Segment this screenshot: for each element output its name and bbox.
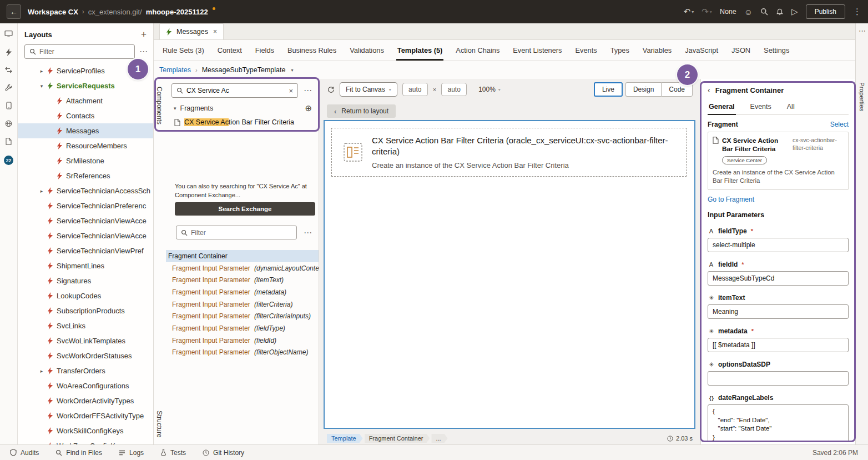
layout-tree-item-srmilestone[interactable]: SrMilestone <box>18 153 153 168</box>
layout-tree-item-shipmentlines[interactable]: ShipmentLines <box>18 258 153 273</box>
breadcrumb-templates-link[interactable]: Templates <box>159 66 191 74</box>
layout-tree-item-lookupcodes[interactable]: LookupCodes <box>18 288 153 303</box>
branch-name[interactable]: mhoope-20251122 <box>146 8 208 16</box>
param-optionsdatasdp-input[interactable] <box>708 371 849 386</box>
live-mode-button[interactable]: Live <box>594 82 623 97</box>
structure-item-itemtext[interactable]: Fragment Input Parameter (itemText) <box>166 274 319 286</box>
publish-button[interactable]: Publish <box>806 4 845 19</box>
statusbar-item-find-in-files[interactable]: Find in Files <box>55 449 102 457</box>
tab-event-listeners[interactable]: Event Listeners <box>506 40 568 61</box>
tab-validations[interactable]: Validations <box>343 40 391 61</box>
components-vertical-tab[interactable]: Components <box>155 87 163 124</box>
canvas-breadcrumb-[interactable]: ... <box>431 434 447 443</box>
breadcrumb-dropdown-caret-icon[interactable]: ▾ <box>291 68 293 73</box>
tab-general[interactable]: General <box>708 99 736 114</box>
tab-javascript[interactable]: JavaScript <box>678 40 725 61</box>
fragment-placeholder[interactable]: CX Service Action Bar Filter Criteria (o… <box>331 128 687 177</box>
structure-item-dynamiclayoutcontext[interactable]: Fragment Input Parameter (dynamicLayoutC… <box>166 262 319 274</box>
structure-filter-input[interactable] <box>191 229 292 237</box>
tab-events[interactable]: Events <box>749 99 773 114</box>
statusbar-item-tests[interactable]: Tests <box>160 449 186 457</box>
layout-tree-item-workskillconfigkeys[interactable]: WorkSkillConfigKeys <box>18 423 153 438</box>
layouts-bolt-icon[interactable] <box>6 48 12 56</box>
canvas-breadcrumb-fragment-container[interactable]: Fragment Container <box>365 434 430 443</box>
clear-search-icon[interactable]: × <box>289 87 293 95</box>
canvas-width-input[interactable]: auto <box>402 83 428 96</box>
tab-events[interactable]: Events <box>569 40 604 61</box>
tab-types[interactable]: Types <box>604 40 636 61</box>
tab-business-rules[interactable]: Business Rules <box>281 40 343 61</box>
structure-menu-icon[interactable]: ⋯ <box>304 228 312 238</box>
structure-item-fragment-container[interactable]: Fragment Container <box>166 250 319 262</box>
param-fieldtype-input[interactable] <box>708 238 849 252</box>
create-fragment-icon[interactable]: ⊕ <box>305 103 312 113</box>
structure-filter-box[interactable] <box>176 226 297 239</box>
param-fieldid-input[interactable] <box>708 271 849 286</box>
tab-context[interactable]: Context <box>211 40 249 61</box>
components-search-box[interactable]: × <box>171 83 298 98</box>
structure-item-filterobjectname[interactable]: Fragment Input Parameter (filterObjectNa… <box>166 347 319 359</box>
feedback-smiley-icon[interactable]: ☺ <box>744 7 753 17</box>
redo-caret-icon[interactable]: ▾ <box>710 9 712 14</box>
tab-templates-5[interactable]: Templates (5) <box>391 40 450 61</box>
layout-tree-item-transferorders[interactable]: ▸TransferOrders <box>18 363 153 378</box>
structure-item-fieldid[interactable]: Fragment Input Parameter (fieldId) <box>166 334 319 347</box>
preview-play-icon[interactable]: ▷ <box>791 7 798 17</box>
fit-to-canvas-dropdown[interactable]: Fit to Canvas▾ <box>340 82 397 97</box>
redo-button[interactable]: ↷▾ <box>702 7 712 17</box>
panel-overflow-menu-icon[interactable]: ⋯ <box>859 27 866 35</box>
undo-caret-icon[interactable]: ▾ <box>692 9 694 14</box>
tab-rule-sets-3[interactable]: Rule Sets (3) <box>156 40 211 61</box>
layout-tree-item-svcworkorderstatuses[interactable]: SvcWorkOrderStatuses <box>18 348 153 363</box>
return-to-layout-button[interactable]: ‹Return to layout <box>327 104 396 118</box>
components-menu-icon[interactable]: ⋯ <box>304 86 312 96</box>
design-mode-button[interactable]: Design <box>625 82 661 97</box>
web-globe-icon[interactable] <box>5 120 12 127</box>
components-search-input[interactable] <box>186 87 285 94</box>
close-tab-icon[interactable]: × <box>213 28 217 36</box>
sandbox-selector[interactable]: None <box>720 8 736 16</box>
tab-json[interactable]: JSON <box>725 40 757 61</box>
layout-tree-item-servicetechnicianaccesssch[interactable]: ▸ServiceTechnicianAccessSch <box>18 183 153 198</box>
add-layout-icon[interactable]: + <box>141 29 147 40</box>
layout-tree-item-workzoneconfigkeys[interactable]: WorkZoneConfigKeys <box>18 438 153 444</box>
zoom-dropdown[interactable]: 100%▾ <box>478 86 501 93</box>
exchange-swap-icon[interactable] <box>5 67 12 73</box>
tree-collapsed-arrow-icon[interactable]: ▸ <box>39 368 44 374</box>
layouts-filter-box[interactable] <box>24 44 135 59</box>
header-overflow-menu-icon[interactable]: ⋮ <box>853 7 861 17</box>
tab-fields[interactable]: Fields <box>249 40 281 61</box>
refresh-canvas-icon[interactable] <box>327 86 335 93</box>
param-itemtext-input[interactable] <box>708 304 849 319</box>
layout-tree-item-signatures[interactable]: Signatures <box>18 273 153 288</box>
tree-collapsed-arrow-icon[interactable]: ▸ <box>39 68 44 74</box>
layout-tree-item-attachment[interactable]: Attachment <box>18 93 153 108</box>
fragments-collapse-icon[interactable]: ▾ <box>174 106 176 111</box>
tree-expanded-arrow-icon[interactable]: ▾ <box>39 83 44 89</box>
layouts-filter-input[interactable] <box>39 48 130 56</box>
workspace-name[interactable]: Workspace CX <box>28 8 78 16</box>
layout-tree-item-servicetechnicianviewpref[interactable]: ServiceTechnicianViewPref <box>18 243 153 258</box>
mobile-device-icon[interactable] <box>6 102 12 109</box>
layout-tree-item-subscriptionproducts[interactable]: SubscriptionProducts <box>18 303 153 318</box>
select-fragment-link[interactable]: Select <box>830 121 849 128</box>
tab-settings[interactable]: Settings <box>757 40 796 61</box>
tab-messages[interactable]: Messages × <box>159 23 224 39</box>
properties-back-chevron-icon[interactable]: ‹ <box>708 86 710 94</box>
tools-wrench-icon[interactable] <box>5 84 12 91</box>
notifications-bell-icon[interactable] <box>776 8 784 16</box>
tree-collapsed-arrow-icon[interactable]: ▸ <box>39 188 44 194</box>
design-canvas[interactable]: CX Service Action Bar Filter Criteria (o… <box>324 120 695 429</box>
layout-tree-item-contacts[interactable]: Contacts <box>18 108 153 123</box>
param-metadata-input[interactable] <box>708 338 849 352</box>
search-icon[interactable] <box>760 8 768 16</box>
layout-tree-item-resourcemembers[interactable]: ResourceMembers <box>18 138 153 153</box>
tab-variables[interactable]: Variables <box>636 40 678 61</box>
tab-all[interactable]: All <box>786 99 796 114</box>
statusbar-item-logs[interactable]: Logs <box>119 449 144 457</box>
canvas-height-input[interactable]: auto <box>441 83 467 96</box>
param-daterangelabels-input[interactable] <box>708 404 849 442</box>
structure-vertical-tab[interactable]: Structure <box>155 411 163 438</box>
structure-item-filtercriteria[interactable]: Fragment Input Parameter (filterCriteria… <box>166 298 319 311</box>
properties-vertical-tab[interactable]: Properties <box>859 82 865 111</box>
